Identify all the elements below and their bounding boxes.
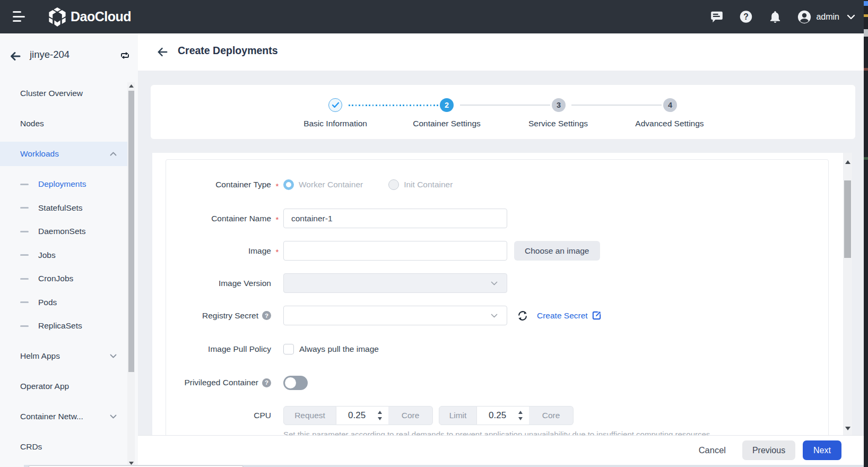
scroll-down-icon[interactable] (843, 424, 852, 433)
required-asterisk: * (271, 175, 283, 194)
cancel-button[interactable]: Cancel (699, 445, 726, 455)
sidebar-item-daemonsets[interactable]: DaemonSets (0, 220, 127, 244)
dash-icon (20, 254, 29, 256)
sidebar-item-nodes[interactable]: Nodes (0, 108, 127, 139)
sidebar-item-cluster-overview[interactable]: Cluster Overview (0, 78, 127, 108)
scroll-up-icon[interactable] (843, 158, 852, 166)
sidebar-item-cronjobs[interactable]: CronJobs (0, 267, 127, 291)
step-1-circle[interactable] (328, 98, 342, 112)
registry-secret-select[interactable] (283, 306, 507, 325)
cpu-request-stepper (376, 407, 384, 425)
cpu-limit-group: Limit 0.25 Core (439, 406, 574, 425)
image-version-select[interactable] (283, 273, 507, 293)
sidebar-item-crds[interactable]: CRDs (0, 432, 127, 462)
always-pull-label: Always pull the image (299, 344, 379, 354)
sidebar-scrollbar[interactable] (127, 82, 135, 467)
init-container-radio[interactable] (388, 179, 399, 190)
image-pull-policy-label: Image Pull Policy (166, 340, 271, 359)
scroll-up-icon[interactable] (127, 82, 135, 90)
container-type-row: Container Type * Worker Container Init C… (166, 175, 828, 194)
sidebar-item-helm-apps[interactable]: Helm Apps (0, 341, 127, 371)
stepper-down-icon[interactable] (378, 417, 382, 420)
brand[interactable]: DaoCloud (48, 0, 131, 33)
menu-toggle-button[interactable] (13, 11, 25, 22)
stepper-up-icon[interactable] (378, 411, 382, 414)
bottom-edge-sliver (24, 465, 864, 467)
step-connector-2 (460, 105, 550, 106)
cpu-limit-stepper (516, 407, 525, 425)
cpu-request-label: Request (283, 406, 336, 425)
sidebar-item-workloads[interactable]: Workloads (0, 139, 127, 169)
check-icon (332, 102, 340, 108)
image-row: Image * Choose an image (166, 241, 828, 261)
user-menu[interactable]: admin (811, 12, 855, 22)
step-3-circle[interactable]: 3 (552, 98, 566, 112)
bell-icon[interactable] (768, 10, 782, 24)
container-type-label: Container Type (166, 175, 271, 194)
cpu-row: CPU Request 0.25 Core Limit 0.25 (166, 406, 828, 425)
sidebar-item-replicasets[interactable]: ReplicaSets (0, 314, 127, 338)
page-back-icon[interactable] (157, 46, 168, 58)
help-circle-icon[interactable]: ? (262, 311, 271, 320)
browser-scrollbar-thumb[interactable] (864, 29, 868, 37)
sidebar-header: jinye-204 (0, 33, 138, 78)
refresh-icon[interactable] (517, 310, 528, 322)
page-header: Create Deployments (138, 33, 864, 71)
sidebar-item-jobs[interactable]: Jobs (0, 244, 127, 267)
chevron-down-icon (110, 354, 117, 358)
chevron-down-icon (491, 314, 498, 318)
daocloud-logo-icon (48, 7, 67, 27)
sidebar-item-pods[interactable]: Pods (0, 291, 127, 315)
footer: Cancel Previous Next (138, 435, 864, 465)
brand-name: DaoCloud (71, 9, 131, 24)
step-1-label: Basic Information (277, 119, 394, 128)
cluster-name: jinye-204 (30, 49, 70, 60)
privileged-toggle[interactable] (283, 376, 308, 390)
worker-container-label: Worker Container (299, 180, 363, 189)
container-name-row: Container Name * (166, 209, 828, 228)
stepper: 2 3 4 Basic Information Container Settin… (151, 85, 855, 139)
chevron-down-icon (491, 281, 498, 286)
svg-text:?: ? (744, 12, 749, 21)
scrollbar-mark (864, 1, 868, 6)
dash-icon (20, 231, 29, 232)
sidebar-item-deployments[interactable]: Deployments (0, 172, 127, 196)
external-link-icon (592, 310, 602, 321)
sidebar-item-container-network[interactable]: Container Netw... (0, 402, 127, 432)
step-4-circle[interactable]: 4 (663, 98, 677, 112)
chevron-down-icon (110, 414, 117, 419)
container-name-label: Container Name (166, 209, 271, 228)
cpu-limit-label: Limit (439, 406, 477, 425)
worker-container-radio[interactable] (283, 179, 294, 190)
sidebar-back-icon[interactable] (9, 50, 22, 63)
help-circle-icon[interactable]: ? (262, 378, 271, 387)
image-version-row: Image Version (166, 273, 828, 293)
always-pull-checkbox[interactable] (283, 344, 294, 354)
next-button[interactable]: Next (803, 440, 841, 460)
switch-cluster-icon[interactable] (119, 50, 131, 61)
privileged-container-label: Privileged Container (184, 378, 258, 387)
choose-image-button[interactable]: Choose an image (514, 241, 600, 261)
sidebar-item-operator-app[interactable]: Operator App (0, 371, 127, 402)
image-input[interactable] (283, 241, 507, 261)
previous-button[interactable]: Previous (742, 440, 795, 460)
help-icon[interactable]: ? (739, 10, 753, 24)
sidebar-nav: Cluster Overview Nodes Workloads Deploym… (0, 78, 127, 462)
sidebar-scrollbar-thumb[interactable] (128, 91, 134, 372)
form-scrollbar-thumb[interactable] (844, 180, 851, 258)
container-settings-card: Container Type * Worker Container Init C… (166, 159, 829, 436)
username: admin (816, 12, 839, 22)
chat-icon[interactable] (710, 10, 724, 24)
form-scrollbar[interactable] (843, 153, 852, 436)
create-secret-link[interactable]: Create Secret (537, 310, 602, 321)
image-version-label: Image Version (166, 273, 271, 293)
avatar[interactable] (797, 10, 811, 24)
sidebar-item-statefulsets[interactable]: StatefulSets (0, 196, 127, 220)
browser-scrollbar[interactable] (864, 0, 868, 467)
step-2-circle[interactable]: 2 (440, 98, 454, 112)
container-name-input[interactable] (283, 209, 507, 228)
stepper-up-icon[interactable] (518, 411, 523, 414)
dash-icon (20, 278, 29, 280)
stepper-down-icon[interactable] (518, 417, 523, 420)
dash-icon (20, 184, 29, 185)
